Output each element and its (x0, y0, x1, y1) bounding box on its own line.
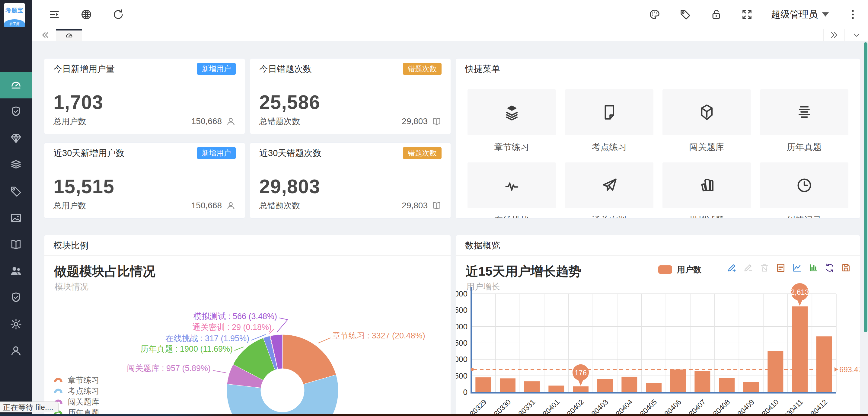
quick-menu-item-8[interactable]: 纠错记录 (760, 162, 848, 218)
tabs-scroll-left-icon[interactable] (36, 29, 54, 41)
globe-icon[interactable] (80, 8, 93, 21)
tabs-scroll-right-icon[interactable] (823, 29, 844, 41)
bar-20230329[interactable] (475, 377, 491, 392)
fullscreen-icon[interactable] (740, 8, 754, 21)
stat-footer-value: 29,803 (402, 201, 428, 210)
bar-20230410[interactable] (768, 351, 783, 392)
books-icon (662, 162, 751, 208)
theme-palette-icon[interactable] (648, 8, 661, 21)
stat-value: 25,586 (259, 91, 320, 114)
svg-text:20230409: 20230409 (727, 397, 756, 416)
bar-20230408[interactable] (719, 378, 735, 392)
sidebar-item-4-tag-icon[interactable] (0, 178, 32, 205)
page-scrollbar-thumb[interactable] (864, 42, 867, 332)
sidebar-item-2-gem-icon[interactable] (0, 125, 32, 152)
app-logo[interactable]: 考题宝 社工师 (4, 3, 25, 27)
quick-menu-label: 在线挑战 (467, 214, 556, 218)
app-window: 考题宝 社工师 超级管理员 (0, 0, 868, 416)
bar-20230404[interactable] (621, 377, 637, 392)
quick-menu-card: 快捷菜单 章节练习 考点练习 闯关题库 历年真题 在线挑战 通关密训 模拟试题 … (456, 58, 860, 218)
stat-value: 1,703 (54, 91, 103, 114)
bar-20230411[interactable] (792, 306, 808, 392)
bar-20230406[interactable] (670, 369, 686, 392)
collapse-sidebar-icon[interactable] (48, 8, 61, 21)
dashboard-icon (65, 31, 74, 40)
layers-stack-icon (467, 89, 556, 135)
quick-menu-label: 考点练习 (565, 141, 653, 153)
svg-text:1,500: 1,500 (456, 338, 467, 348)
bar-20230401[interactable] (548, 386, 564, 392)
toolbox-pencil-minus-icon[interactable] (742, 262, 754, 274)
legend-swatch (658, 265, 672, 274)
tabs-menu-icon[interactable] (844, 29, 868, 41)
text-lines-icon (760, 89, 848, 135)
lock-icon[interactable] (710, 8, 723, 21)
status-badge: 新增用户 (197, 63, 236, 75)
quick-menu-item-1[interactable]: 章节练习 (467, 89, 556, 153)
bar-20230409[interactable] (743, 382, 759, 392)
logo-title: 考题宝 (4, 7, 25, 14)
quick-menu-label: 模拟试题 (662, 214, 751, 218)
svg-text:1,000: 1,000 (456, 355, 467, 364)
quick-menu-grid: 章节练习 考点练习 闯关题库 历年真题 在线挑战 通关密训 模拟试题 纠错记录 (456, 79, 860, 218)
bar-20230330[interactable] (500, 378, 516, 392)
user-dropdown[interactable]: 超级管理员 (771, 8, 829, 21)
stat-footer-label: 总错题次数 (259, 116, 300, 127)
browser-status-text: 正在等待 file.... (0, 402, 59, 412)
document-icon (565, 89, 653, 135)
pie-slice-章节练习[interactable] (282, 334, 336, 384)
stat-footer-value: 29,803 (402, 117, 428, 126)
toolbox-pencil-add-icon[interactable] (726, 262, 738, 274)
bar-20230331[interactable] (524, 381, 540, 392)
sidebar-item-3-layers-icon[interactable] (0, 152, 32, 178)
average-line-label: 693.47 (839, 365, 860, 374)
main-content: 今日新增用户量 新增用户 1,703 总用户数 150,668 今日错题次数 错… (32, 41, 868, 416)
pie-chart-title: 做题模块占比情况 (54, 263, 155, 280)
quick-menu-item-3[interactable]: 闯关题库 (662, 89, 751, 153)
sidebar-item-7-users-icon[interactable] (0, 258, 32, 285)
sidebar-item-5-image-icon[interactable] (0, 205, 32, 231)
bar-20230407[interactable] (694, 371, 710, 392)
quick-menu-label: 章节练习 (467, 141, 556, 153)
sidebar-item-10-user-icon[interactable] (0, 337, 32, 364)
quick-menu-item-4[interactable]: 历年真题 (760, 89, 848, 153)
svg-text:20230404: 20230404 (606, 397, 634, 416)
bar-20230402[interactable] (573, 386, 589, 392)
quick-menu-label: 历年真题 (760, 141, 848, 153)
quick-menu-item-6[interactable]: 通关密训 (565, 162, 653, 218)
chart-toolbox (726, 262, 852, 274)
tab-dashboard[interactable] (56, 29, 82, 41)
more-menu-icon[interactable] (846, 8, 860, 21)
window-bottom-edge (0, 414, 868, 416)
pie-callout-label: 在线挑战 : 317 (1.95%) (165, 334, 249, 343)
svg-text:20230406: 20230406 (654, 397, 683, 416)
quick-menu-item-2[interactable]: 考点练习 (565, 89, 653, 153)
refresh-icon[interactable] (112, 8, 125, 21)
quick-menu-item-7[interactable]: 模拟试题 (662, 162, 751, 218)
bar-legend-users[interactable]: 用户数 (658, 264, 702, 275)
svg-text:2,000: 2,000 (456, 322, 467, 331)
user-icon (226, 201, 236, 210)
toolbox-bar-chart-icon[interactable] (807, 262, 819, 274)
toolbox-data-view-icon[interactable] (775, 262, 787, 274)
bar-20230405[interactable] (646, 383, 661, 392)
bar-20230403[interactable] (597, 379, 613, 392)
quick-menu-item-5[interactable]: 在线挑战 (467, 162, 556, 218)
toolbox-save-icon[interactable] (840, 262, 852, 274)
pie-callout-label: 闯关题库 : 957 (5.89%) (127, 364, 211, 373)
tag-icon[interactable] (679, 8, 692, 21)
chevron-down-icon (822, 12, 829, 17)
sidebar-item-8-shield-check-icon[interactable] (0, 285, 32, 311)
quick-menu-label: 纠错记录 (760, 214, 848, 218)
toolbox-line-chart-icon[interactable] (791, 262, 803, 274)
svg-text:20230329: 20230329 (459, 397, 488, 416)
stat-card-today-new-users: 今日新增用户量 新增用户 1,703 总用户数 150,668 (44, 58, 245, 134)
sidebar-item-1-shield-check-icon[interactable] (0, 98, 32, 125)
toolbox-trash-icon[interactable] (758, 262, 771, 274)
bar-20230412[interactable] (816, 336, 832, 392)
toolbox-restore-icon[interactable] (824, 262, 836, 274)
sidebar-item-0-dashboard-icon[interactable] (0, 72, 32, 98)
stat-footer-value: 150,668 (191, 201, 222, 210)
sidebar-item-9-gear-icon[interactable] (0, 311, 32, 337)
sidebar-item-6-book-icon[interactable] (0, 231, 32, 258)
